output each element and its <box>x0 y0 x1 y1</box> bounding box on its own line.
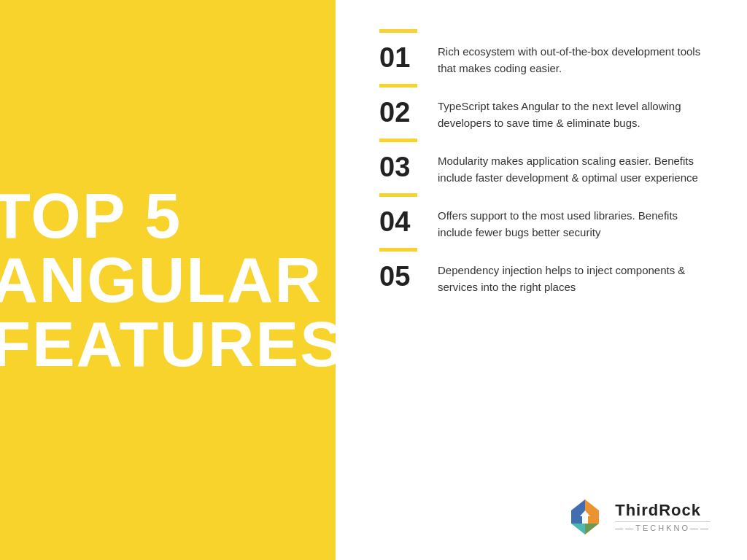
title-line3: FEATURES <box>0 312 344 376</box>
feature-item: 03Modularity makes application scaling e… <box>379 139 711 193</box>
main-title: TOP 5 ANGULAR FEATURES <box>0 184 344 376</box>
title-line1: TOP 5 <box>0 184 344 248</box>
logo-text: ThirdRock ——TECHKNO—— <box>615 502 711 532</box>
feature-number-1: 01 <box>379 36 423 74</box>
feature-text-4: Offers support to the most used librarie… <box>438 201 711 241</box>
title-line2: ANGULAR <box>0 248 344 312</box>
feature-number-4: 04 <box>379 201 423 238</box>
feature-text-1: Rich ecosystem with out-of-the-box devel… <box>438 36 711 77</box>
feature-text-5: Dependency injection helps to inject com… <box>438 255 711 295</box>
feature-item: 05Dependency injection helps to inject c… <box>379 248 711 303</box>
left-panel: TOP 5 ANGULAR FEATURES <box>0 0 336 560</box>
feature-number-2: 02 <box>379 91 423 128</box>
features-list: 01Rich ecosystem with out-of-the-box dev… <box>379 29 711 489</box>
feature-item: 02TypeScript takes Angular to the next l… <box>379 84 711 139</box>
logo-icon <box>564 496 606 538</box>
feature-number-5: 05 <box>379 255 423 292</box>
right-panel: 01Rich ecosystem with out-of-the-box dev… <box>336 0 747 560</box>
feature-text-2: TypeScript takes Angular to the next lev… <box>438 91 711 131</box>
logo-tagline: ——TECHKNO—— <box>615 521 711 532</box>
feature-item: 04Offers support to the most used librar… <box>379 193 711 248</box>
feature-item: 01Rich ecosystem with out-of-the-box dev… <box>379 29 711 84</box>
feature-number-3: 03 <box>379 146 423 183</box>
logo-area: ThirdRock ——TECHKNO—— <box>379 489 711 538</box>
logo-name: ThirdRock <box>615 502 701 519</box>
feature-text-3: Modularity makes application scaling eas… <box>438 146 711 186</box>
